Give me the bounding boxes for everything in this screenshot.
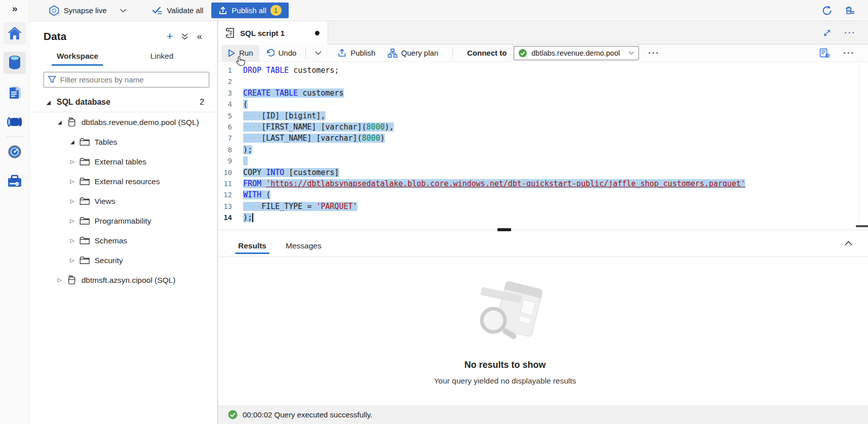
editor-more-icon[interactable]: ··· [843, 48, 855, 58]
horizontal-scrollbar-thumb[interactable] [856, 225, 868, 227]
results-tabs: Results Messages [218, 235, 868, 257]
run-options-dropdown[interactable] [309, 45, 328, 61]
expander-collapsed-icon[interactable]: ▷ [67, 158, 77, 165]
nav-develop-button[interactable] [4, 81, 26, 104]
expander-collapsed-icon[interactable]: ▷ [67, 198, 77, 204]
expander-collapsed-icon[interactable]: ▷ [67, 257, 77, 264]
nav-integrate-button[interactable] [4, 111, 26, 133]
connect-to-label: Connect to [467, 49, 507, 57]
document-tabstrip: SQL script 1 ··· [218, 21, 868, 45]
code-line-5[interactable]: 5····[ID] [bigint], [218, 110, 868, 121]
tab-results[interactable]: Results [237, 236, 267, 256]
expander-expanded-icon[interactable]: ◢ [67, 139, 77, 145]
folder-icon [79, 138, 90, 146]
line-content: ); [243, 144, 868, 155]
collapse-panel-button[interactable]: « [197, 31, 202, 42]
tree-node-external-tables[interactable]: ▷External tables [29, 152, 217, 172]
query-plan-icon [388, 49, 397, 58]
publish-button[interactable]: Publish [332, 45, 381, 61]
publish-all-button[interactable]: Publish all 1 [211, 3, 288, 18]
discard-trash-icon[interactable] [844, 5, 855, 16]
line-content [243, 76, 868, 87]
code-line-7[interactable]: 7····[LAST_NAME] [varchar](8000) [218, 133, 868, 144]
nav-manage-button[interactable] [4, 170, 26, 192]
nav-home-button[interactable] [4, 22, 26, 45]
code-line-11[interactable]: 11FROM 'https://dbtlabsynapsedatalake.bl… [218, 178, 868, 189]
toolbox-icon [7, 174, 22, 188]
filter-resources-box[interactable] [43, 72, 209, 88]
run-button[interactable]: Run [222, 45, 259, 61]
toolbar-separator [305, 48, 306, 58]
query-plan-label: Query plan [401, 49, 438, 57]
tree-node-schemas[interactable]: ▷Schemas [29, 231, 217, 250]
toolbar-separator [452, 48, 453, 58]
editor-results-splitter[interactable] [218, 230, 868, 235]
tree-node-security[interactable]: ▷Security [29, 250, 217, 270]
code-line-4[interactable]: 4( [218, 99, 868, 110]
toolbar-more-icon[interactable]: ··· [648, 48, 660, 58]
code-line-14[interactable]: 14); [218, 212, 868, 223]
tree-node-label: External tables [95, 157, 147, 166]
expander-collapsed-icon[interactable]: ▷ [67, 178, 77, 185]
empty-results-subtitle: Your query yielded no displayable result… [434, 376, 576, 386]
connect-to-pool-select[interactable]: dbtlabs.revenue.demo.pool [514, 46, 639, 60]
tree-node-dbtmsft-azsyn-cipool-sql[interactable]: ▷dbtmsft.azsyn.cipool (SQL) [29, 270, 217, 290]
expander-icon[interactable]: ◢ [43, 100, 54, 105]
play-icon [228, 49, 235, 57]
tab-linked[interactable]: Linked [148, 48, 175, 66]
tree-node-dbtlabs-revenue-demo-pool-sql[interactable]: ◢dbtlabs.revenue.demo.pool (SQL) [29, 112, 217, 132]
expander-collapsed-icon[interactable]: ▷ [67, 218, 77, 224]
nav-data-button[interactable] [4, 52, 26, 74]
mode-selector[interactable]: Synapse live [42, 5, 132, 16]
line-content: FROM 'https://dbtlabsynapsedatalake.blob… [243, 178, 868, 189]
nav-monitor-button[interactable] [4, 141, 26, 163]
properties-icon[interactable] [819, 48, 830, 58]
publish-count-badge: 1 [270, 5, 282, 16]
query-plan-button[interactable]: Query plan [382, 45, 444, 61]
expander-collapsed-icon[interactable]: ▷ [55, 277, 65, 283]
tree-node-views[interactable]: ▷Views [29, 191, 217, 211]
code-line-13[interactable]: 13····FILE_TYPE = 'PARQUET' [218, 201, 868, 212]
code-line-3[interactable]: 3CREATE TABLE customers [218, 88, 868, 99]
code-line-12[interactable]: 12WITH ( [218, 189, 868, 200]
code-line-9[interactable]: 9 [218, 155, 868, 166]
explorer-tabs: Workspace Linked [29, 46, 217, 66]
query-status-text: 00:00:02 Query executed successfully. [243, 410, 373, 419]
tab-messages[interactable]: Messages [285, 236, 323, 256]
add-resource-button[interactable]: + [167, 31, 173, 42]
code-line-2[interactable]: 2 [218, 76, 868, 87]
tree-node-programmability[interactable]: ▷Programmability [29, 211, 217, 231]
query-status-bar: 00:00:02 Query executed successfully. [218, 405, 868, 424]
expand-rail-button[interactable]: » [12, 3, 17, 14]
tab-more-icon[interactable]: ··· [844, 28, 856, 38]
folder-icon [79, 217, 90, 225]
tree-node-sql-database[interactable]: ◢ SQL database 2 [29, 93, 217, 112]
sql-code-editor[interactable]: 1DROP TABLE customers;23CREATE TABLE cus… [218, 62, 868, 230]
line-content: ); [243, 212, 868, 223]
code-line-10[interactable]: 10COPY INTO [customers] [218, 167, 868, 178]
publish-label: Publish [350, 49, 375, 57]
line-content: COPY INTO [customers] [243, 167, 868, 178]
splitter-handle[interactable] [497, 228, 511, 231]
code-line-6[interactable]: 6····[FIRST_NAME] [varchar](8000), [218, 121, 868, 133]
expander-collapsed-icon[interactable]: ▷ [67, 237, 77, 244]
validate-all-button[interactable]: Validate all [146, 6, 209, 16]
expand-editor-icon[interactable] [823, 29, 831, 37]
tree-node-external-resources[interactable]: ▷External resources [29, 172, 217, 191]
expander-expanded-icon[interactable]: ◢ [55, 119, 65, 125]
line-number: 9 [218, 155, 243, 166]
collapse-all-icon[interactable] [181, 33, 189, 40]
collapse-results-icon[interactable] [844, 241, 853, 246]
code-line-1[interactable]: 1DROP TABLE customers; [218, 65, 868, 76]
gauge-icon [7, 144, 22, 159]
tab-sql-script-1[interactable]: SQL script 1 [218, 21, 328, 45]
undo-button[interactable]: Undo [259, 45, 303, 61]
tree-node-label: dbtlabs.revenue.demo.pool (SQL) [81, 118, 199, 127]
tab-workspace[interactable]: Workspace [55, 48, 100, 66]
tree-node-label: Views [95, 197, 115, 206]
refresh-icon[interactable] [821, 5, 833, 16]
tree-node-tables[interactable]: ◢Tables [29, 132, 217, 152]
code-line-8[interactable]: 8); [218, 144, 868, 155]
synapse-live-icon [49, 5, 60, 16]
filter-resources-input[interactable] [60, 75, 205, 84]
